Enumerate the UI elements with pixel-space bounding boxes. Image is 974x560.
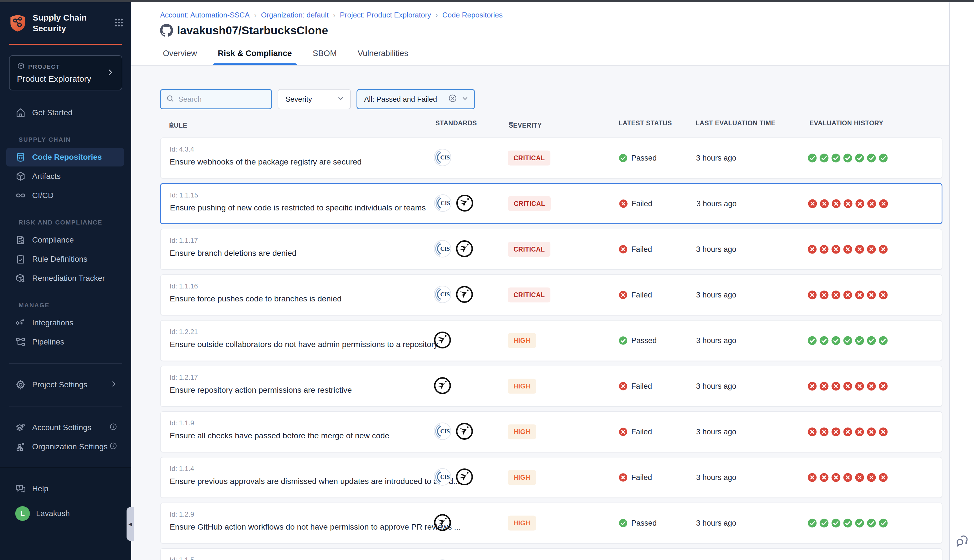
info-icon[interactable] (109, 442, 117, 452)
table-row[interactable]: Id: 1.1.16 Ensure force pushes code to b… (160, 274, 942, 315)
history-fail-icon (819, 290, 829, 300)
passed-icon (619, 336, 628, 345)
failed-icon (619, 473, 628, 482)
cube-wrench-icon (15, 273, 26, 284)
breadcrumb-project[interactable]: Project: Product Exploratory (340, 11, 431, 20)
standards-cell (434, 331, 452, 350)
latest-status: Passed (619, 518, 657, 528)
breadcrumb-code-repositories[interactable]: Code Repositories (442, 11, 503, 20)
latest-status: Failed (619, 382, 652, 391)
evaluation-history (807, 153, 888, 163)
rule-name: Ensure branch deletions are denied (170, 248, 297, 258)
tab-sbom[interactable]: SBOM (313, 49, 337, 65)
sidebar-item-project-settings[interactable]: Project Settings (6, 375, 124, 394)
table-row[interactable]: Id: 1.2.21 Ensure outside collaborators … (160, 320, 942, 361)
column-severity: SEVERITY (509, 122, 542, 129)
history-fail-icon (807, 245, 817, 254)
sort-icon[interactable] (169, 122, 174, 128)
sidebar-item-compliance[interactable]: Compliance (6, 231, 124, 249)
svg-text:CIS: CIS (440, 200, 450, 206)
tab-overview[interactable]: Overview (163, 49, 197, 65)
infinity-icon (15, 190, 26, 201)
owasp-icon (455, 240, 474, 259)
history-fail-icon (831, 245, 841, 254)
history-fail-icon (879, 427, 888, 437)
sidebar-item-pipelines[interactable]: Pipelines (6, 333, 124, 351)
table-row[interactable]: Id: 4.3.4 Ensure webhooks of the package… (160, 137, 942, 178)
sidebar-item-account-settings[interactable]: Account Settings (6, 418, 124, 437)
tab-risk-compliance[interactable]: Risk & Compliance (218, 49, 292, 65)
sidebar-item-code-repositories[interactable]: Code Repositories (6, 148, 124, 167)
failed-icon (619, 245, 628, 254)
severity-filter[interactable]: Severity (278, 89, 351, 109)
history-fail-icon (843, 290, 852, 300)
sidebar-item-remediation-tracker[interactable]: Remediation Tracker (6, 269, 124, 288)
integrations-icon (15, 317, 26, 328)
standards-cell: CIS (434, 285, 474, 305)
org-gear-icon (15, 442, 26, 452)
sidebar-item-integrations[interactable]: Integrations (6, 313, 124, 332)
standards-cell: CIS (434, 422, 474, 442)
rule-list: Id: 4.3.4 Ensure webhooks of the package… (160, 137, 942, 560)
search-input[interactable] (178, 95, 263, 104)
cis-icon: CIS (434, 422, 452, 442)
passed-icon (619, 518, 628, 528)
standards-cell: CIS (434, 240, 474, 259)
history-fail-icon (807, 427, 817, 437)
tab-vulnerabilities[interactable]: Vulnerabilities (358, 49, 408, 65)
history-fail-icon (879, 473, 888, 482)
sidebar-item-get-started[interactable]: Get Started (6, 103, 124, 122)
sidebar-item-rule-definitions[interactable]: Rule Definitions (6, 250, 124, 268)
history-fail-icon (831, 290, 841, 300)
table-row[interactable]: Id: 1.2.9 Ensure GitHub action workflows… (160, 503, 942, 544)
evaluation-history (807, 290, 888, 300)
section-supply-chain: SUPPLY CHAIN (18, 136, 131, 143)
history-fail-icon (843, 382, 852, 391)
page-title: lavakush07/StarbucksClone (177, 24, 328, 37)
sidebar-item-organization-settings[interactable]: Organization Settings (6, 437, 124, 456)
sidebar-collapse-handle[interactable]: ◀ (127, 507, 134, 541)
history-fail-icon (807, 473, 817, 482)
sidebar-item-help[interactable]: Help (6, 480, 124, 498)
owasp-icon (434, 377, 452, 396)
last-evaluation-time: 3 hours ago (696, 245, 736, 254)
history-fail-icon (879, 199, 888, 208)
filter-bar: Severity All: Passed and Failed (160, 89, 949, 109)
apps-grid-icon[interactable] (114, 17, 124, 29)
table-row[interactable]: Id: 1.1.5 CIS HIGH Failed 3 hours ago (160, 548, 942, 560)
history-fail-icon (819, 382, 829, 391)
info-icon[interactable] (109, 423, 117, 433)
history-fail-icon (831, 199, 841, 208)
table-row[interactable]: Id: 1.2.17 Ensure repository action perm… (160, 366, 942, 407)
history-pass-icon (843, 153, 852, 163)
table-row[interactable]: Id: 1.1.17 Ensure branch deletions are d… (160, 229, 942, 270)
chevron-right-icon (110, 380, 117, 390)
severity-badge: HIGH (508, 379, 536, 394)
breadcrumb-separator: › (436, 11, 438, 19)
latest-status: Failed (619, 290, 652, 300)
history-pass-icon (879, 336, 888, 345)
project-selector[interactable]: PROJECT Product Exploratory (9, 55, 122, 90)
sort-desc-icon[interactable] (509, 122, 514, 125)
search-icon (166, 94, 175, 104)
feedback-chat-icon[interactable] (955, 533, 970, 549)
rule-name: Ensure force pushes code to branches is … (170, 294, 342, 303)
severity-badge: HIGH (508, 425, 536, 440)
breadcrumb-separator: › (333, 11, 335, 19)
clear-filter-icon[interactable] (448, 94, 457, 105)
user-menu[interactable]: L Lavakush (6, 504, 124, 523)
table-row[interactable]: Id: 1.1.15 Ensure pushing of new code is… (160, 183, 942, 224)
last-evaluation-time: 3 hours ago (696, 291, 736, 300)
status-filter[interactable]: All: Passed and Failed (357, 89, 475, 109)
sidebar-item-cicd[interactable]: CI/CD (6, 186, 124, 205)
sidebar-item-artifacts[interactable]: Artifacts (6, 167, 124, 186)
owasp-icon (455, 468, 474, 487)
breadcrumb-organization[interactable]: Organization: default (261, 11, 329, 20)
evaluation-history (807, 473, 888, 482)
table-row[interactable]: Id: 1.1.4 Ensure previous approvals are … (160, 457, 942, 498)
history-fail-icon (867, 245, 876, 254)
breadcrumb-account[interactable]: Account: Automation-SSCA (160, 11, 250, 20)
section-risk-compliance: RISK AND COMPLIANCE (18, 219, 131, 226)
table-row[interactable]: Id: 1.1.9 Ensure all checks have passed … (160, 411, 942, 452)
rule-id: Id: 1.1.17 (170, 237, 198, 245)
